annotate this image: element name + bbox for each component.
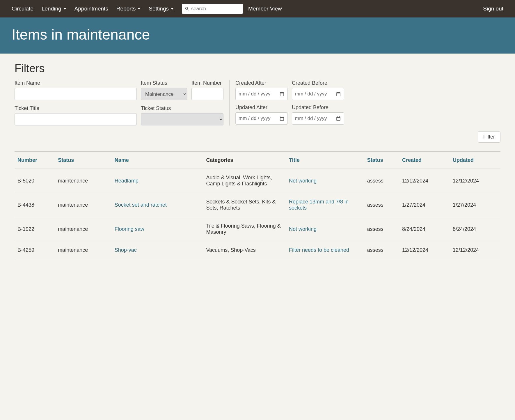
page-title: Items in maintenance [12, 26, 503, 43]
item-name-link[interactable]: Headlamp [115, 178, 138, 184]
nav-member-view[interactable]: Member View [248, 6, 282, 12]
cell-ticket-status: assess [364, 241, 399, 259]
cell-ticket-status: assess [364, 217, 399, 241]
col-categories: Categories [203, 152, 286, 169]
table-row: B-1922 maintenance Flooring saw Tile & F… [15, 217, 500, 241]
table-header-row: Number Status Name Categories Title Stat… [15, 152, 500, 169]
item-name-input[interactable] [15, 88, 137, 100]
updated-after-label: Updated After [235, 104, 288, 111]
cell-created: 1/27/2024 [399, 193, 450, 217]
ticket-status-select[interactable] [141, 113, 223, 125]
cell-item-status: maintenance [55, 193, 112, 217]
field-item-number: Item Number [191, 80, 223, 100]
filter-button-row: Filter [15, 131, 500, 143]
col-title[interactable]: Title [286, 152, 364, 169]
item-name-link[interactable]: Shop-vac [115, 247, 137, 253]
col-updated[interactable]: Updated [450, 152, 500, 169]
cell-created: 12/12/2024 [399, 169, 450, 193]
nav-reports-label: Reports [116, 6, 136, 12]
nav-sign-out[interactable]: Sign out [483, 6, 503, 12]
cell-item-status: maintenance [55, 241, 112, 259]
item-number-input[interactable] [191, 88, 223, 100]
date-placeholder: mm / dd / yyyy [239, 116, 271, 121]
ticket-status-label: Ticket Status [141, 105, 223, 111]
field-ticket-title: Ticket Title [15, 105, 137, 125]
filters-panel: Item Name Item Status Maintenance Item N… [15, 80, 500, 125]
cell-title: Filter needs to be cleaned [286, 241, 364, 259]
table-row: B-5020 maintenance Headlamp Audio & Visu… [15, 169, 500, 193]
cell-ticket-status: assess [364, 193, 399, 217]
ticket-title-link[interactable]: Not working [289, 226, 317, 232]
item-name-label: Item Name [15, 80, 137, 86]
search-icon [185, 6, 189, 11]
cell-name: Socket set and ratchet [112, 193, 203, 217]
field-item-name: Item Name [15, 80, 137, 100]
page-header: Items in maintenance [0, 17, 515, 54]
ticket-title-input[interactable] [15, 113, 137, 125]
created-before-input[interactable]: mm / dd / yyyy [292, 88, 344, 100]
filters-left: Item Name Item Status Maintenance Item N… [15, 80, 230, 125]
cell-title: Not working [286, 217, 364, 241]
field-updated-before: Updated Before mm / dd / yyyy [292, 104, 344, 125]
item-name-link[interactable]: Flooring saw [115, 226, 144, 232]
ticket-title-link[interactable]: Replace 13mm and 7/8 in sockets [289, 199, 349, 211]
search-box[interactable] [182, 4, 243, 14]
item-name-link[interactable]: Socket set and ratchet [115, 202, 167, 208]
cell-ticket-status: assess [364, 169, 399, 193]
cell-number: B-4259 [15, 241, 55, 259]
ticket-title-link[interactable]: Not working [289, 178, 317, 184]
nav-settings[interactable]: Settings [149, 6, 174, 12]
cell-created: 8/24/2024 [399, 217, 450, 241]
field-created-after: Created After mm / dd / yyyy [235, 80, 288, 101]
nav-reports[interactable]: Reports [116, 6, 141, 12]
chevron-down-icon [63, 8, 66, 10]
nav-settings-label: Settings [149, 6, 169, 12]
nav-circulate[interactable]: Circulate [12, 6, 33, 12]
table-body: B-5020 maintenance Headlamp Audio & Visu… [15, 169, 500, 259]
search-input[interactable] [191, 6, 240, 12]
date-placeholder: mm / dd / yyyy [295, 91, 327, 97]
cell-name: Headlamp [112, 169, 203, 193]
field-updated-after: Updated After mm / dd / yyyy [235, 104, 288, 125]
cell-number: B-1922 [15, 217, 55, 241]
cell-categories: Vacuums, Shop-Vacs [203, 241, 286, 259]
nav-appointments[interactable]: Appointments [74, 6, 108, 12]
created-after-input[interactable]: mm / dd / yyyy [235, 88, 288, 100]
date-placeholder: mm / dd / yyyy [239, 91, 271, 97]
col-ticket-status[interactable]: Status [364, 152, 399, 169]
nav-lending-label: Lending [42, 6, 61, 12]
col-name[interactable]: Name [112, 152, 203, 169]
cell-categories: Tile & Flooring Saws, Flooring & Masonry [203, 217, 286, 241]
item-number-label: Item Number [191, 80, 223, 86]
nav-lending[interactable]: Lending [42, 6, 66, 12]
cell-number: B-4438 [15, 193, 55, 217]
cell-updated: 1/27/2024 [450, 193, 500, 217]
calendar-icon [279, 116, 285, 121]
filters-heading: Filters [15, 62, 500, 75]
ticket-title-label: Ticket Title [15, 105, 137, 111]
cell-updated: 12/12/2024 [450, 241, 500, 259]
date-placeholder: mm / dd / yyyy [295, 116, 327, 121]
chevron-down-icon [138, 8, 141, 10]
cell-name: Flooring saw [112, 217, 203, 241]
cell-number: B-5020 [15, 169, 55, 193]
ticket-title-link[interactable]: Filter needs to be cleaned [289, 247, 349, 253]
col-item-status[interactable]: Status [55, 152, 112, 169]
cell-updated: 12/12/2024 [450, 169, 500, 193]
item-status-select[interactable]: Maintenance [141, 88, 187, 100]
updated-before-input[interactable]: mm / dd / yyyy [292, 112, 344, 125]
content: Filters Item Name Item Status Maintenanc… [0, 54, 515, 268]
cell-created: 12/12/2024 [399, 241, 450, 259]
maintenance-table: Number Status Name Categories Title Stat… [15, 152, 500, 259]
table-row: B-4438 maintenance Socket set and ratche… [15, 193, 500, 217]
cell-title: Not working [286, 169, 364, 193]
filter-button[interactable]: Filter [478, 131, 500, 143]
field-created-before: Created Before mm / dd / yyyy [292, 80, 344, 101]
created-before-label: Created Before [292, 80, 344, 86]
col-created[interactable]: Created [399, 152, 450, 169]
field-ticket-status: Ticket Status [141, 105, 223, 125]
updated-after-input[interactable]: mm / dd / yyyy [235, 112, 288, 125]
chevron-down-icon [171, 8, 174, 10]
table-row: B-4259 maintenance Shop-vac Vacuums, Sho… [15, 241, 500, 259]
col-number[interactable]: Number [15, 152, 55, 169]
